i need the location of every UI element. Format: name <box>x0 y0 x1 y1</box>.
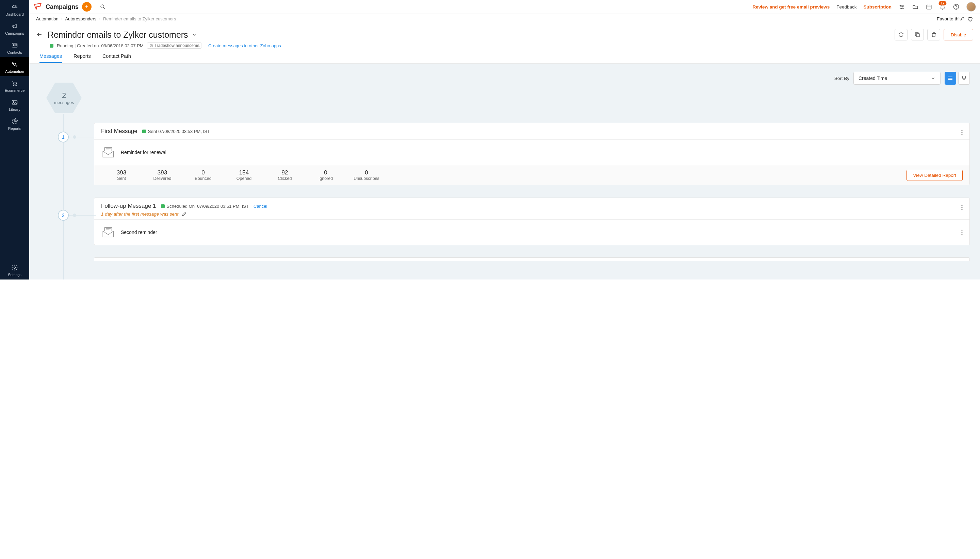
list-icon <box>947 75 953 81</box>
page-header: Reminder emails to Zylker customers <box>29 24 980 64</box>
copy-icon <box>914 31 920 38</box>
svg-point-19 <box>151 45 151 46</box>
message-status: Sent 07/08/2020 03:53 PM, IST <box>142 129 210 134</box>
body-more-button[interactable] <box>961 230 963 235</box>
image-icon <box>11 99 18 106</box>
other-apps-link[interactable]: Create messages in other Zoho apps <box>208 43 281 48</box>
svg-point-30 <box>962 232 963 233</box>
sidebar-item-ecommerce[interactable]: Ecommerce <box>0 76 29 95</box>
feedback-link[interactable]: Feedback <box>836 5 856 10</box>
pie-chart-icon <box>11 117 18 125</box>
stat-bounced: 0Bounced <box>183 169 224 181</box>
delete-button[interactable] <box>927 29 940 40</box>
search-icon <box>100 4 106 10</box>
list-settings-icon[interactable] <box>898 4 905 10</box>
sidebar-item-settings[interactable]: Settings <box>0 260 29 280</box>
refresh-button[interactable] <box>895 29 907 40</box>
connector <box>69 137 96 137</box>
cart-icon <box>11 79 18 87</box>
message-subject: Second reminder <box>121 230 157 235</box>
svg-point-20 <box>962 76 963 77</box>
gear-icon <box>11 264 18 271</box>
tab-contact-path[interactable]: Contact Path <box>103 53 131 63</box>
flow-view-button[interactable] <box>958 72 970 85</box>
dashboard-icon <box>11 3 18 11</box>
sidebar-item-contacts[interactable]: Contacts <box>0 38 29 57</box>
sidebar-item-dashboard[interactable]: Dashboard <box>0 0 29 19</box>
refresh-icon <box>898 31 904 38</box>
sort-select[interactable]: Created Time <box>853 72 940 85</box>
disable-button[interactable]: Disable <box>944 29 973 40</box>
svg-point-9 <box>14 267 16 269</box>
notification-badge: 17 <box>939 1 946 5</box>
brand[interactable]: Campaigns <box>33 2 79 12</box>
automation-icon <box>11 61 18 68</box>
folder-tag[interactable]: Tradeshow announceme... <box>147 43 201 49</box>
message-title: First Message <box>101 128 138 135</box>
user-avatar[interactable] <box>967 2 976 12</box>
svg-point-4 <box>16 65 17 66</box>
crumb-autoresponders[interactable]: Autoresponders <box>65 17 96 22</box>
svg-point-6 <box>16 85 17 86</box>
create-button[interactable]: + <box>82 2 91 12</box>
crumb-automation[interactable]: Automation <box>36 17 58 22</box>
status-indicator <box>161 204 165 208</box>
svg-point-13 <box>901 8 901 8</box>
title-dropdown[interactable] <box>192 32 197 37</box>
subscription-link[interactable]: Subscription <box>863 5 892 10</box>
message-card: Follow-up Message 1 Scheduled On 07/09/2… <box>94 198 970 245</box>
view-detailed-report-button[interactable]: View Detailed Report <box>907 170 963 181</box>
svg-point-25 <box>962 134 963 135</box>
svg-point-1 <box>13 45 14 46</box>
tab-messages[interactable]: Messages <box>40 53 62 63</box>
cancel-schedule-link[interactable]: Cancel <box>254 204 267 209</box>
svg-point-27 <box>962 207 963 208</box>
list-view-button[interactable] <box>945 72 956 85</box>
card-more-button[interactable] <box>961 130 963 135</box>
sidebar-item-reports[interactable]: Reports <box>0 114 29 133</box>
svg-point-3 <box>12 62 13 63</box>
app-logo-icon <box>33 2 43 12</box>
chevron-down-icon <box>931 76 935 81</box>
sidebar-item-library[interactable]: Library <box>0 95 29 114</box>
status-indicator <box>50 44 53 48</box>
tabs: Messages Reports Contact Path <box>36 49 973 63</box>
sidebar: Dashboard Campaigns Contacts Automation … <box>0 0 29 280</box>
stat-opened: 154Opened <box>224 169 264 181</box>
edit-delay-button[interactable] <box>182 212 187 217</box>
message-card-placeholder <box>94 257 970 261</box>
crumb-current: Reminder emails to Zylker customers <box>103 17 176 22</box>
svg-point-21 <box>965 76 966 77</box>
delay-info: 1 day after the first message was sent <box>94 212 970 219</box>
svg-point-26 <box>962 205 963 206</box>
calendar-icon[interactable] <box>925 4 932 10</box>
back-button[interactable] <box>36 31 43 38</box>
timeline-node-1: 1 <box>58 132 69 142</box>
user-icon <box>149 44 153 48</box>
connector <box>69 215 96 215</box>
svg-point-2 <box>13 63 16 66</box>
page-title: Reminder emails to Zylker customers <box>48 30 197 40</box>
review-previews-link[interactable]: Review and get free email previews <box>753 5 830 10</box>
timeline-node-2: 2 <box>58 210 69 221</box>
tab-reports[interactable]: Reports <box>73 53 91 63</box>
help-icon[interactable] <box>953 3 960 10</box>
notifications-icon[interactable]: 17 <box>939 4 946 10</box>
svg-rect-0 <box>12 43 17 47</box>
status-indicator <box>142 129 146 133</box>
search-button[interactable] <box>95 0 110 13</box>
plus-icon: + <box>85 4 88 10</box>
sidebar-item-campaigns[interactable]: Campaigns <box>0 19 29 38</box>
svg-point-24 <box>962 132 963 133</box>
copy-button[interactable] <box>911 29 924 40</box>
envelope-icon <box>101 225 115 239</box>
heart-icon <box>967 16 973 22</box>
trash-icon <box>931 31 937 38</box>
folder-icon[interactable] <box>912 4 919 10</box>
card-more-button[interactable] <box>961 205 963 210</box>
favorite-toggle[interactable]: Favorite this? <box>937 16 973 22</box>
chevron-right-icon: › <box>99 17 100 21</box>
message-card: First Message Sent 07/08/2020 03:53 PM, … <box>94 123 970 185</box>
sidebar-item-automation[interactable]: Automation <box>0 57 29 76</box>
svg-point-22 <box>963 79 964 80</box>
